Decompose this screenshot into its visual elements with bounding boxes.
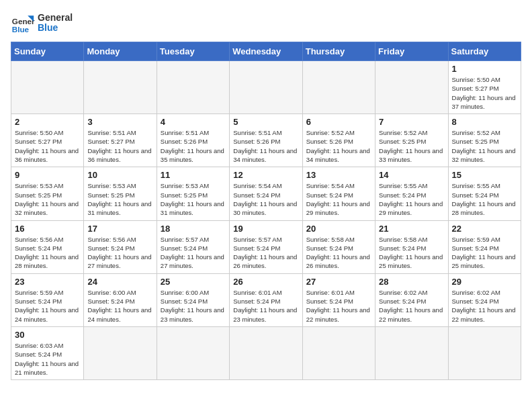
weekday-header-saturday: Saturday — [448, 42, 521, 61]
day-number: 17 — [87, 224, 152, 234]
logo-general-text: General — [38, 13, 73, 23]
calendar-cell: 6Sunrise: 5:52 AM Sunset: 5:26 PM Daylig… — [302, 114, 375, 167]
calendar-cell: 8Sunrise: 5:52 AM Sunset: 5:25 PM Daylig… — [448, 114, 521, 167]
day-info: Sunrise: 6:00 AM Sunset: 5:24 PM Dayligh… — [161, 288, 226, 324]
day-number: 12 — [233, 170, 298, 180]
calendar-cell: 10Sunrise: 5:53 AM Sunset: 5:25 PM Dayli… — [84, 167, 157, 220]
calendar-cell: 28Sunrise: 6:02 AM Sunset: 5:24 PM Dayli… — [375, 273, 448, 326]
day-info: Sunrise: 5:50 AM Sunset: 5:27 PM Dayligh… — [452, 75, 517, 111]
day-number: 28 — [379, 277, 444, 287]
day-number: 22 — [452, 224, 517, 234]
weekday-header-monday: Monday — [84, 42, 157, 61]
day-info: Sunrise: 5:50 AM Sunset: 5:27 PM Dayligh… — [15, 128, 80, 164]
day-number: 1 — [452, 64, 517, 74]
logo: General Blue General Blue — [11, 11, 73, 35]
day-info: Sunrise: 5:57 AM Sunset: 5:24 PM Dayligh… — [161, 235, 226, 271]
weekday-header-tuesday: Tuesday — [157, 42, 229, 61]
day-number: 3 — [87, 117, 152, 127]
day-number: 5 — [233, 117, 298, 127]
calendar-cell: 21Sunrise: 5:58 AM Sunset: 5:24 PM Dayli… — [375, 220, 448, 273]
calendar-cell: 26Sunrise: 6:01 AM Sunset: 5:24 PM Dayli… — [230, 273, 302, 326]
day-number: 18 — [161, 224, 226, 234]
day-info: Sunrise: 5:58 AM Sunset: 5:24 PM Dayligh… — [306, 235, 371, 271]
calendar-cell: 17Sunrise: 5:56 AM Sunset: 5:24 PM Dayli… — [84, 220, 157, 273]
day-info: Sunrise: 5:53 AM Sunset: 5:25 PM Dayligh… — [87, 181, 152, 217]
day-info: Sunrise: 5:58 AM Sunset: 5:24 PM Dayligh… — [379, 235, 444, 271]
calendar-cell — [302, 326, 375, 379]
day-number: 6 — [306, 117, 371, 127]
day-info: Sunrise: 5:54 AM Sunset: 5:24 PM Dayligh… — [233, 181, 298, 217]
day-info: Sunrise: 5:51 AM Sunset: 5:26 PM Dayligh… — [161, 128, 226, 164]
calendar-cell: 24Sunrise: 6:00 AM Sunset: 5:24 PM Dayli… — [84, 273, 157, 326]
day-info: Sunrise: 6:01 AM Sunset: 5:24 PM Dayligh… — [233, 288, 298, 324]
day-number: 11 — [161, 170, 226, 180]
calendar-cell: 30Sunrise: 6:03 AM Sunset: 5:24 PM Dayli… — [11, 326, 84, 379]
day-info: Sunrise: 5:52 AM Sunset: 5:25 PM Dayligh… — [452, 128, 517, 164]
day-number: 21 — [379, 224, 444, 234]
calendar-cell — [375, 61, 448, 114]
day-info: Sunrise: 5:59 AM Sunset: 5:24 PM Dayligh… — [15, 288, 80, 324]
weekday-header-thursday: Thursday — [302, 42, 375, 61]
day-number: 8 — [452, 117, 517, 127]
header: General Blue General Blue — [11, 11, 521, 35]
calendar-cell: 29Sunrise: 6:02 AM Sunset: 5:24 PM Dayli… — [448, 273, 521, 326]
day-info: Sunrise: 5:55 AM Sunset: 5:24 PM Dayligh… — [452, 181, 517, 217]
day-number: 26 — [233, 277, 298, 287]
day-number: 10 — [87, 170, 152, 180]
day-number: 23 — [15, 277, 80, 287]
logo-blue-text: Blue — [38, 23, 73, 33]
logo-icon: General Blue — [11, 11, 35, 35]
calendar-cell: 2Sunrise: 5:50 AM Sunset: 5:27 PM Daylig… — [11, 114, 84, 167]
calendar-cell: 22Sunrise: 5:59 AM Sunset: 5:24 PM Dayli… — [448, 220, 521, 273]
calendar-cell: 7Sunrise: 5:52 AM Sunset: 5:25 PM Daylig… — [375, 114, 448, 167]
calendar-cell: 14Sunrise: 5:55 AM Sunset: 5:24 PM Dayli… — [375, 167, 448, 220]
day-info: Sunrise: 5:52 AM Sunset: 5:26 PM Dayligh… — [306, 128, 371, 164]
calendar-cell — [302, 61, 375, 114]
day-number: 30 — [15, 330, 80, 340]
calendar-cell: 3Sunrise: 5:51 AM Sunset: 5:27 PM Daylig… — [84, 114, 157, 167]
calendar-cell: 25Sunrise: 6:00 AM Sunset: 5:24 PM Dayli… — [157, 273, 229, 326]
calendar-cell: 13Sunrise: 5:54 AM Sunset: 5:24 PM Dayli… — [302, 167, 375, 220]
calendar-table: SundayMondayTuesdayWednesdayThursdayFrid… — [11, 42, 521, 380]
calendar-cell: 23Sunrise: 5:59 AM Sunset: 5:24 PM Dayli… — [11, 273, 84, 326]
day-number: 2 — [15, 117, 80, 127]
day-number: 14 — [379, 170, 444, 180]
day-number: 19 — [233, 224, 298, 234]
calendar-cell — [157, 326, 229, 379]
calendar-cell — [230, 61, 302, 114]
day-number: 20 — [306, 224, 371, 234]
day-info: Sunrise: 6:02 AM Sunset: 5:24 PM Dayligh… — [379, 288, 444, 324]
calendar-cell: 11Sunrise: 5:53 AM Sunset: 5:25 PM Dayli… — [157, 167, 229, 220]
svg-text:Blue: Blue — [12, 25, 30, 34]
calendar-cell: 4Sunrise: 5:51 AM Sunset: 5:26 PM Daylig… — [157, 114, 229, 167]
day-info: Sunrise: 6:03 AM Sunset: 5:24 PM Dayligh… — [15, 341, 80, 377]
calendar-cell — [11, 61, 84, 114]
day-info: Sunrise: 5:56 AM Sunset: 5:24 PM Dayligh… — [15, 235, 80, 271]
calendar-cell: 19Sunrise: 5:57 AM Sunset: 5:24 PM Dayli… — [230, 220, 302, 273]
day-number: 29 — [452, 277, 517, 287]
day-info: Sunrise: 5:56 AM Sunset: 5:24 PM Dayligh… — [87, 235, 152, 271]
day-info: Sunrise: 5:51 AM Sunset: 5:26 PM Dayligh… — [233, 128, 298, 164]
calendar-cell: 5Sunrise: 5:51 AM Sunset: 5:26 PM Daylig… — [230, 114, 302, 167]
calendar-cell: 15Sunrise: 5:55 AM Sunset: 5:24 PM Dayli… — [448, 167, 521, 220]
calendar-cell — [448, 326, 521, 379]
day-info: Sunrise: 5:59 AM Sunset: 5:24 PM Dayligh… — [452, 235, 517, 271]
calendar-cell: 18Sunrise: 5:57 AM Sunset: 5:24 PM Dayli… — [157, 220, 229, 273]
calendar-cell: 9Sunrise: 5:53 AM Sunset: 5:25 PM Daylig… — [11, 167, 84, 220]
calendar-cell: 20Sunrise: 5:58 AM Sunset: 5:24 PM Dayli… — [302, 220, 375, 273]
day-number: 25 — [161, 277, 226, 287]
day-info: Sunrise: 6:02 AM Sunset: 5:24 PM Dayligh… — [452, 288, 517, 324]
day-number: 7 — [379, 117, 444, 127]
day-info: Sunrise: 5:54 AM Sunset: 5:24 PM Dayligh… — [306, 181, 371, 217]
day-number: 4 — [161, 117, 226, 127]
calendar-cell — [157, 61, 229, 114]
calendar-cell — [84, 61, 157, 114]
calendar-cell: 12Sunrise: 5:54 AM Sunset: 5:24 PM Dayli… — [230, 167, 302, 220]
day-number: 9 — [15, 170, 80, 180]
day-info: Sunrise: 5:51 AM Sunset: 5:27 PM Dayligh… — [87, 128, 152, 164]
day-info: Sunrise: 6:01 AM Sunset: 5:24 PM Dayligh… — [306, 288, 371, 324]
calendar-cell — [375, 326, 448, 379]
calendar-cell: 1Sunrise: 5:50 AM Sunset: 5:27 PM Daylig… — [448, 61, 521, 114]
weekday-header-friday: Friday — [375, 42, 448, 61]
day-info: Sunrise: 5:57 AM Sunset: 5:24 PM Dayligh… — [233, 235, 298, 271]
